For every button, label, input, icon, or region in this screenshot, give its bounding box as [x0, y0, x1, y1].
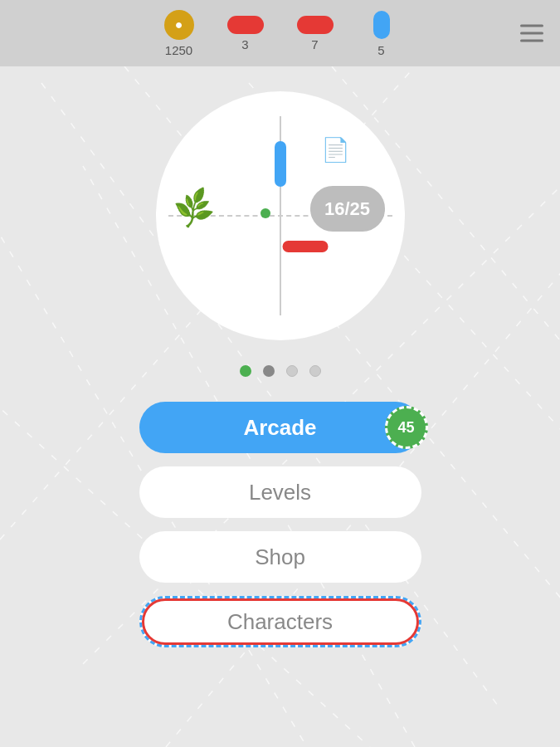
main-content: 16/25 🌿 📄 Arcade 45 Levels Shop Characte… [0, 66, 560, 647]
coin-icon: ● [164, 10, 194, 40]
page-dot-3 [286, 365, 298, 377]
red-pill-2-counter: 7 [297, 16, 334, 51]
arcade-badge: 45 [385, 406, 428, 449]
characters-button[interactable]: Characters [139, 596, 421, 647]
score-badge: 16/25 [310, 186, 385, 232]
red-pill-1-value: 3 [241, 37, 248, 51]
blue-pill-counter: 5 [367, 10, 397, 57]
red-pill-2-icon [297, 16, 334, 34]
levels-button[interactable]: Levels [139, 466, 421, 518]
paper-icon: 📄 [321, 136, 350, 164]
menu-line-1 [520, 25, 543, 27]
red-paddle [282, 241, 328, 252]
menu-buttons: Arcade 45 Levels Shop Characters [139, 402, 421, 647]
menu-button[interactable] [520, 25, 543, 42]
ball [261, 208, 270, 218]
coin-counter: ● 1250 [164, 10, 194, 57]
page-dot-4 [309, 365, 321, 377]
shop-button[interactable]: Shop [139, 531, 421, 583]
red-pill-1-icon [227, 16, 264, 34]
shop-label: Shop [255, 544, 305, 570]
menu-line-3 [520, 40, 543, 42]
arcade-label: Arcade [243, 415, 316, 441]
page-indicators [240, 365, 321, 377]
page-dot-1 [240, 365, 251, 377]
red-pill-1-counter: 3 [227, 16, 264, 51]
leaf-icon: 🌿 [171, 186, 218, 232]
page-dot-2 [263, 365, 275, 377]
levels-label: Levels [249, 480, 311, 505]
menu-line-2 [520, 32, 543, 35]
blue-pill-value: 5 [377, 43, 384, 57]
blue-pill-icon [373, 11, 390, 39]
header: ● 1250 3 7 5 [0, 0, 560, 66]
game-arena: 16/25 🌿 📄 [156, 91, 405, 340]
coin-value: 1250 [165, 43, 192, 57]
arcade-button[interactable]: Arcade 45 [139, 402, 421, 453]
blue-paddle [275, 141, 286, 187]
characters-label: Characters [227, 609, 333, 635]
red-pill-2-value: 7 [311, 37, 318, 51]
